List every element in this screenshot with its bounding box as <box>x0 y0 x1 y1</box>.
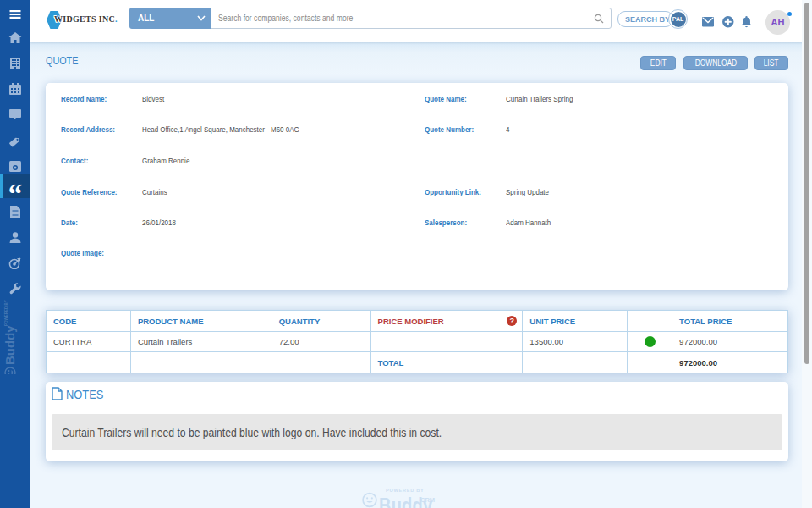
svg-text:POWERED BY: POWERED BY <box>4 300 8 326</box>
svg-text:Buddy: Buddy <box>3 325 17 365</box>
